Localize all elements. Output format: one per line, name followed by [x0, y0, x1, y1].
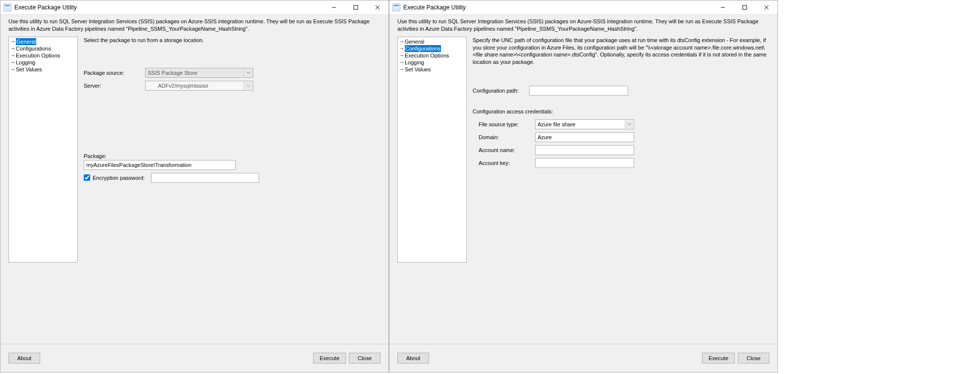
close-footer-button[interactable]: Close — [349, 353, 381, 364]
config-path-label: Configuration path: — [473, 88, 529, 94]
nav-tree[interactable]: ⊸General ⊸Configurations ⊸Execution Opti… — [397, 37, 467, 263]
encryption-password-input[interactable] — [151, 173, 259, 183]
intro-text: Use this utility to run SQL Server Integ… — [0, 15, 388, 37]
execute-button[interactable]: Execute — [313, 353, 346, 364]
titlebar: Execute Package Utility — [389, 0, 777, 15]
config-path-input[interactable] — [529, 86, 628, 96]
pin-icon: ⊸ — [400, 52, 405, 59]
server-label: Server: — [84, 83, 145, 89]
nav-item-logging[interactable]: ⊸Logging — [398, 59, 466, 66]
window-general: Execute Package Utility Use this utility… — [0, 0, 389, 373]
package-label: Package: — [84, 153, 107, 159]
panel-description: Select the package to run from a storage… — [84, 37, 381, 44]
window-title: Execute Package Utility — [403, 4, 712, 11]
pin-icon: ⊸ — [11, 38, 16, 45]
nav-item-configurations[interactable]: ⊸Configurations — [9, 45, 77, 52]
domain-input[interactable] — [535, 132, 634, 142]
window-configurations: Execute Package Utility Use this utility… — [389, 0, 778, 373]
nav-item-set-values[interactable]: ⊸Set Values — [9, 66, 77, 73]
execute-button[interactable]: Execute — [702, 353, 735, 364]
about-button[interactable]: About — [8, 353, 40, 364]
nav-item-execution-options[interactable]: ⊸Execution Options — [9, 52, 77, 59]
nav-item-general[interactable]: ⊸General — [398, 38, 466, 45]
server-combo[interactable]: ADFv2/mysqlmissisir — [145, 81, 253, 91]
file-source-type-label: File source type: — [473, 121, 535, 127]
account-name-input[interactable] — [535, 145, 634, 155]
svg-rect-11 — [743, 5, 747, 9]
pin-icon: ⊸ — [400, 38, 405, 45]
maximize-button[interactable] — [734, 0, 756, 14]
pin-icon: ⊸ — [400, 66, 405, 73]
package-input[interactable] — [84, 160, 236, 170]
window-title: Execute Package Utility — [14, 4, 323, 11]
account-key-label: Account key: — [473, 160, 535, 166]
account-key-input[interactable] — [535, 158, 634, 168]
chevron-down-icon — [625, 120, 633, 128]
pin-icon: ⊸ — [400, 59, 405, 66]
nav-item-logging[interactable]: ⊸Logging — [9, 59, 77, 66]
close-button[interactable] — [367, 0, 388, 14]
svg-rect-8 — [394, 5, 399, 6]
nav-item-execution-options[interactable]: ⊸Execution Options — [398, 52, 466, 59]
pin-icon: ⊸ — [400, 45, 405, 52]
intro-text: Use this utility to run SQL Server Integ… — [389, 15, 777, 37]
configurations-panel: Specify the UNC path of configuration fi… — [467, 37, 769, 344]
package-source-combo[interactable]: SSIS Package Store — [145, 68, 253, 78]
pin-icon: ⊸ — [11, 52, 16, 59]
domain-label: Domain: — [473, 134, 535, 140]
chevron-down-icon — [244, 69, 252, 77]
svg-rect-1 — [5, 5, 10, 6]
pin-icon: ⊸ — [11, 59, 16, 66]
account-name-label: Account name: — [473, 147, 535, 153]
minimize-button[interactable] — [712, 0, 734, 14]
maximize-button[interactable] — [345, 0, 367, 14]
creds-heading: Configuration access credentials: — [473, 108, 769, 114]
svg-rect-9 — [394, 7, 399, 10]
nav-tree[interactable]: ⊸General ⊸Configurations ⊸Execution Opti… — [8, 37, 78, 263]
svg-rect-4 — [354, 5, 358, 9]
close-footer-button[interactable]: Close — [738, 353, 769, 364]
general-panel: Select the package to run from a storage… — [78, 37, 381, 344]
package-source-label: Package source: — [84, 70, 145, 76]
encryption-checkbox[interactable] — [84, 174, 90, 181]
chevron-down-icon — [244, 82, 252, 90]
panel-description: Specify the UNC path of configuration fi… — [473, 37, 769, 66]
svg-rect-2 — [5, 7, 10, 10]
app-icon — [392, 3, 400, 11]
footer: About Execute Close — [389, 344, 777, 372]
app-icon — [3, 3, 11, 11]
nav-item-general[interactable]: ⊸General — [9, 38, 77, 45]
about-button[interactable]: About — [397, 353, 429, 364]
pin-icon: ⊸ — [11, 45, 16, 52]
file-source-type-combo[interactable]: Azure file share — [535, 119, 634, 129]
nav-item-configurations[interactable]: ⊸Configurations — [398, 45, 466, 52]
close-button[interactable] — [756, 0, 777, 14]
nav-item-set-values[interactable]: ⊸Set Values — [398, 66, 466, 73]
encryption-label: Encryption password: — [93, 175, 151, 181]
pin-icon: ⊸ — [11, 66, 16, 73]
footer: About Execute Close — [0, 344, 388, 372]
minimize-button[interactable] — [323, 0, 345, 14]
titlebar: Execute Package Utility — [0, 0, 388, 15]
